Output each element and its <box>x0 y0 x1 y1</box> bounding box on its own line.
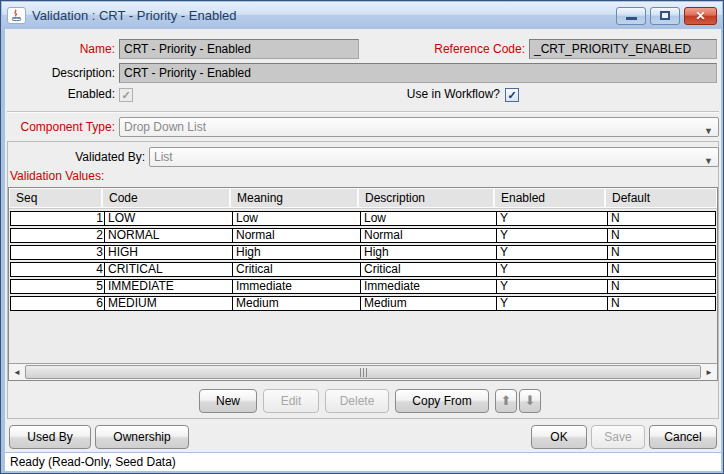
ownership-button[interactable]: Ownership <box>95 425 189 449</box>
table-row[interactable]: 3HIGHHighHighYN <box>10 245 716 260</box>
cancel-button[interactable]: Cancel <box>649 425 717 449</box>
ok-button[interactable]: OK <box>531 425 587 449</box>
dialog-content: Name: CRT - Priority - Enabled Reference… <box>5 29 721 471</box>
table-cell: Critical <box>232 263 360 276</box>
scroll-left-button[interactable]: ◄ <box>9 364 25 380</box>
table-cell: 6 <box>11 297 104 310</box>
table-cell: MEDIUM <box>104 297 232 310</box>
window-title: Validation : CRT - Priority - Enabled <box>32 8 236 23</box>
component-type-value: Drop Down List <box>124 120 206 134</box>
close-button[interactable]: ✕ <box>684 7 717 25</box>
table-cell: 1 <box>11 212 104 225</box>
edit-button: Edit <box>263 389 319 413</box>
table-cell: High <box>232 246 360 259</box>
table-cell: Y <box>496 246 607 259</box>
delete-button: Delete <box>325 389 389 413</box>
table-cell: Immediate <box>360 280 496 293</box>
use-in-workflow-checkbox[interactable]: ✓ <box>505 88 519 102</box>
description-label: Description: <box>5 63 115 83</box>
column-header-default[interactable]: Default <box>606 189 716 207</box>
table-row[interactable]: 2NORMALNormalNormalYN <box>10 228 716 243</box>
validation-dialog: Validation : CRT - Priority - Enabled ✕ … <box>0 0 724 474</box>
table-cell: N <box>607 212 715 225</box>
component-type-label: Component Type: <box>5 117 115 137</box>
table-cell: N <box>607 280 715 293</box>
table-cell: Immediate <box>232 280 360 293</box>
table-cell: Medium <box>360 297 496 310</box>
table-cell: Low <box>360 212 496 225</box>
table-cell: N <box>607 263 715 276</box>
enabled-label: Enabled: <box>5 86 115 102</box>
minimize-button[interactable] <box>616 7 646 25</box>
validated-by-value: List <box>154 150 173 164</box>
check-icon: ✓ <box>121 89 130 101</box>
maximize-button[interactable] <box>650 7 680 25</box>
reference-code-label: Reference Code: <box>359 39 525 59</box>
table-cell: Critical <box>360 263 496 276</box>
table-row[interactable]: 4CRITICALCriticalCriticalYN <box>10 262 716 277</box>
table-row[interactable]: 1LOWLowLowYN <box>10 211 716 226</box>
grip-icon <box>366 368 367 377</box>
table-cell: NORMAL <box>104 229 232 242</box>
table-cell: 4 <box>11 263 104 276</box>
close-icon: ✕ <box>695 10 705 22</box>
validation-values-label: Validation Values: <box>10 168 210 184</box>
reference-code-field: _CRT_PRIORITY_ENABLED <box>529 39 717 59</box>
grip-icon <box>360 368 361 377</box>
table-cell: Y <box>496 212 607 225</box>
column-header-meaning[interactable]: Meaning <box>231 189 357 207</box>
table-cell: HIGH <box>104 246 232 259</box>
move-down-button[interactable]: ⬇ <box>519 389 541 413</box>
separator <box>7 111 719 113</box>
table-cell: High <box>360 246 496 259</box>
table-cell: 3 <box>11 246 104 259</box>
table-cell: LOW <box>104 212 232 225</box>
chevron-down-icon: ▼ <box>704 122 713 137</box>
column-header-code[interactable]: Code <box>103 189 229 207</box>
status-bar: Ready (Read-Only, Seed Data) <box>5 452 721 471</box>
use-in-workflow-label: Use in Workflow? <box>315 86 500 102</box>
scroll-right-icon: ► <box>705 368 713 377</box>
component-type-dropdown: Drop Down List ▼ <box>119 117 719 137</box>
title-bar[interactable]: Validation : CRT - Priority - Enabled ✕ <box>2 2 722 29</box>
name-field: CRT - Priority - Enabled <box>119 39 359 59</box>
table-cell: Y <box>496 297 607 310</box>
copy-from-button[interactable]: Copy From <box>395 389 489 413</box>
table-row[interactable]: 6MEDIUMMediumMediumYN <box>10 296 716 311</box>
new-button[interactable]: New <box>199 389 257 413</box>
scroll-right-button[interactable]: ► <box>701 364 717 380</box>
table-cell: N <box>607 297 715 310</box>
java-coffee-icon <box>7 7 26 24</box>
grip-icon <box>363 368 364 377</box>
column-header-enabled[interactable]: Enabled <box>495 189 604 207</box>
column-header-seq[interactable]: Seq <box>10 189 101 207</box>
description-field: CRT - Priority - Enabled <box>119 63 717 83</box>
table-cell: Normal <box>232 229 360 242</box>
check-icon: ✓ <box>507 89 516 101</box>
table-header: SeqCodeMeaningDescriptionEnabledDefault <box>9 188 717 209</box>
table-cell: Y <box>496 229 607 242</box>
chevron-down-icon: ▼ <box>704 152 713 167</box>
arrow-up-icon: ⬆ <box>501 393 512 408</box>
move-up-button[interactable]: ⬆ <box>495 389 517 413</box>
table-cell: N <box>607 246 715 259</box>
maximize-icon <box>660 11 670 20</box>
table-cell: CRITICAL <box>104 263 232 276</box>
scrollbar-thumb[interactable] <box>25 365 701 379</box>
horizontal-scrollbar[interactable]: ◄ ► <box>9 363 717 380</box>
table-cell: Low <box>232 212 360 225</box>
window-controls: ✕ <box>616 7 717 25</box>
minimize-icon <box>626 17 637 20</box>
table-cell: Normal <box>360 229 496 242</box>
table-cell: Y <box>496 263 607 276</box>
table-cell: 2 <box>11 229 104 242</box>
table-row[interactable]: 5IMMEDIATEImmediateImmediateYN <box>10 279 716 294</box>
save-button: Save <box>591 425 645 449</box>
enabled-checkbox: ✓ <box>119 88 133 102</box>
column-header-description[interactable]: Description <box>359 189 493 207</box>
table-body: 1LOWLowLowYN2NORMALNormalNormalYN3HIGHHi… <box>9 209 717 363</box>
table-cell: N <box>607 229 715 242</box>
used-by-button[interactable]: Used By <box>9 425 91 449</box>
scroll-left-icon: ◄ <box>13 368 21 377</box>
validated-by-dropdown: List ▼ <box>149 147 719 167</box>
